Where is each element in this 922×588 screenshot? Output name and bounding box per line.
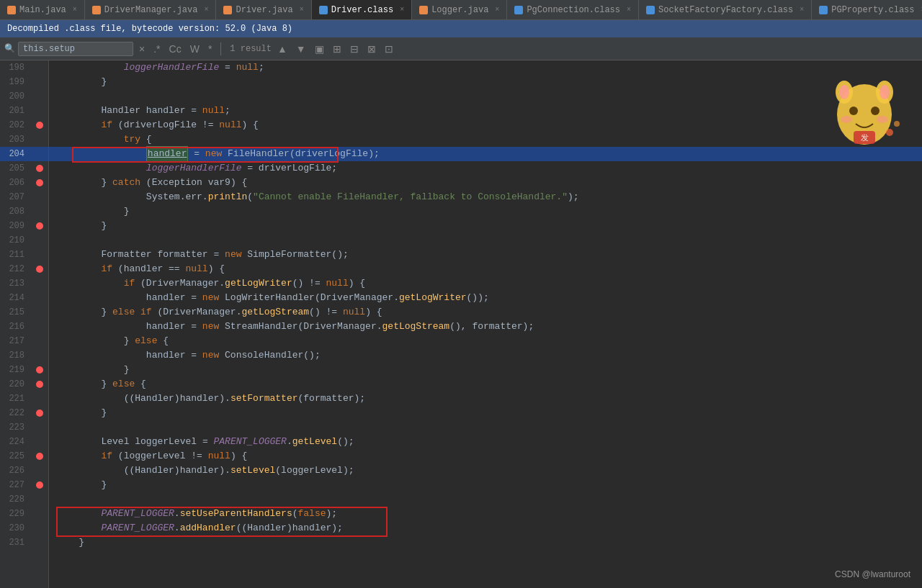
- tab-main-java[interactable]: Main.java ×: [0, 0, 85, 19]
- punctuation: );: [523, 320, 534, 334]
- tab-drivermanager-java[interactable]: DriverManager.java ×: [85, 0, 217, 19]
- variable: var9: [208, 176, 230, 190]
- punctuation: {: [140, 132, 152, 147]
- prev-result-button[interactable]: ▲: [274, 42, 290, 56]
- gutter-marker: [30, 147, 48, 161]
- close-tab-icon[interactable]: ×: [300, 6, 304, 14]
- close-tab-icon[interactable]: ×: [800, 6, 804, 14]
- keyword: null: [219, 118, 241, 132]
- code-line-224: Level loggerLevel = PARENT_LOGGER.getLev…: [49, 435, 922, 449]
- breakpoint-dot: [36, 381, 43, 388]
- tab-pgconnection-class[interactable]: PgConnection.class ×: [507, 0, 639, 19]
- variable: formatter: [472, 320, 522, 334]
- type-name: DriverManager: [321, 291, 393, 305]
- gutter-line-201: 201: [0, 104, 48, 118]
- variable: handler: [180, 463, 220, 478]
- code-line-203: try {: [49, 132, 922, 147]
- gutter-line-213: 213: [0, 276, 48, 291]
- tab-logger-java[interactable]: Logger.java ×: [412, 0, 507, 19]
- type-name: Handler: [101, 104, 140, 118]
- keyword: null: [236, 60, 259, 75]
- search-option2-button[interactable]: ⊠: [364, 42, 379, 56]
- gutter-line-217: 217: [0, 334, 48, 348]
- close-tab-icon[interactable]: ×: [204, 6, 208, 14]
- case-sensitive-button[interactable]: Cc: [166, 42, 184, 56]
- punctuation: (: [297, 320, 303, 334]
- gutter-marker: [30, 334, 48, 348]
- punctuation: );: [326, 507, 338, 521]
- code-line-214: handler = new LogWriterHandler(DriverMan…: [49, 291, 922, 305]
- method-name: getLogWriter: [399, 291, 467, 305]
- regex-toggle-button[interactable]: .*: [151, 42, 163, 56]
- punctuation: (: [152, 305, 164, 320]
- punctuation: }: [124, 363, 130, 377]
- punctuation: ).: [219, 463, 230, 478]
- method-name: getLevel: [292, 435, 337, 449]
- filter-button[interactable]: ⊡: [382, 42, 396, 56]
- word-match-button[interactable]: W: [187, 42, 202, 56]
- close-tab-icon[interactable]: ×: [400, 6, 404, 14]
- keyword: false: [298, 507, 326, 521]
- punctuation: .: [377, 320, 382, 334]
- punctuation: ());: [467, 291, 489, 305]
- type-name: DriverManager: [163, 305, 236, 320]
- line-number: 219: [0, 363, 30, 377]
- code-line-212: if (handler == null) {: [49, 262, 922, 276]
- next-result-button[interactable]: ▼: [293, 42, 309, 56]
- gutter-line-211: 211: [0, 248, 48, 262]
- line-number: 216: [0, 320, 30, 334]
- close-tab-icon[interactable]: ×: [627, 6, 631, 14]
- close-tab-icon[interactable]: ×: [73, 6, 77, 14]
- punctuation: =: [185, 291, 202, 305]
- gutter-line-207: 207: [0, 190, 48, 204]
- punctuation: ;: [259, 60, 264, 75]
- variable: loggerLevel: [281, 463, 343, 478]
- punctuation: ();: [303, 348, 320, 363]
- search-option1-button[interactable]: ⊟: [347, 42, 362, 56]
- punctuation: );: [354, 392, 366, 406]
- gutter-marker: [30, 104, 48, 118]
- tab-label: Driver.java: [236, 5, 292, 15]
- punctuation: [152, 248, 158, 262]
- gutter-line-231: 231: [0, 535, 48, 550]
- line-number: 205: [0, 161, 30, 176]
- tab-driver-class[interactable]: Driver.class ×: [312, 0, 412, 19]
- gutter-marker: [30, 89, 48, 104]
- line-number: 198: [0, 60, 30, 75]
- code-line-198: loggerHandlerFile = null;: [49, 60, 922, 75]
- filter-toggle-button[interactable]: *: [205, 42, 215, 56]
- punctuation: }: [101, 305, 112, 320]
- code-line-205: loggerHandlerFile = driverLogFile;: [49, 161, 922, 176]
- code-line-225: if (loggerLevel != null) {: [49, 449, 922, 463]
- line-number: 220: [0, 377, 30, 392]
- type-name: ConsoleHandler: [225, 348, 303, 363]
- gutter-marker: [30, 248, 48, 262]
- keyword: null: [185, 262, 207, 276]
- method-name: setLevel: [230, 463, 275, 478]
- clear-search-button[interactable]: ×: [136, 42, 148, 56]
- punctuation: [219, 291, 225, 305]
- line-number: 231: [0, 535, 30, 550]
- keyword: if: [101, 449, 112, 463]
- line-number: 224: [0, 435, 30, 449]
- tab-pgproperty-class[interactable]: PGProperty.class ×: [812, 0, 922, 19]
- tab-socketfactoryfactory-class[interactable]: SocketFactoryFactory.class ×: [639, 0, 812, 19]
- punctuation: .: [236, 305, 242, 320]
- punctuation: [202, 176, 208, 190]
- code-line-202: if (driverLogFile != null) {: [49, 118, 922, 132]
- find-in-file-button[interactable]: ▣: [312, 42, 327, 56]
- multiline-button[interactable]: ⊞: [330, 42, 344, 56]
- code-content[interactable]: loggerHandlerFile = null; } Handler hand…: [49, 60, 922, 588]
- code-line-221: ((Handler)handler).setFormatter(formatte…: [49, 392, 922, 406]
- code-area: 发 19819920020120220320420520620720820921…: [0, 60, 922, 588]
- search-match-variable: handler: [146, 146, 189, 162]
- punctuation: ;: [331, 161, 337, 176]
- method-name: getLogStream: [382, 320, 450, 334]
- gutter-line-229: 229: [0, 507, 48, 521]
- tab-driver-java[interactable]: Driver.java ×: [216, 0, 311, 19]
- method-name: println: [208, 190, 248, 204]
- gutter-marker: [30, 377, 48, 392]
- close-tab-icon[interactable]: ×: [495, 6, 499, 14]
- search-input[interactable]: [18, 42, 133, 56]
- punctuation: }: [101, 176, 112, 190]
